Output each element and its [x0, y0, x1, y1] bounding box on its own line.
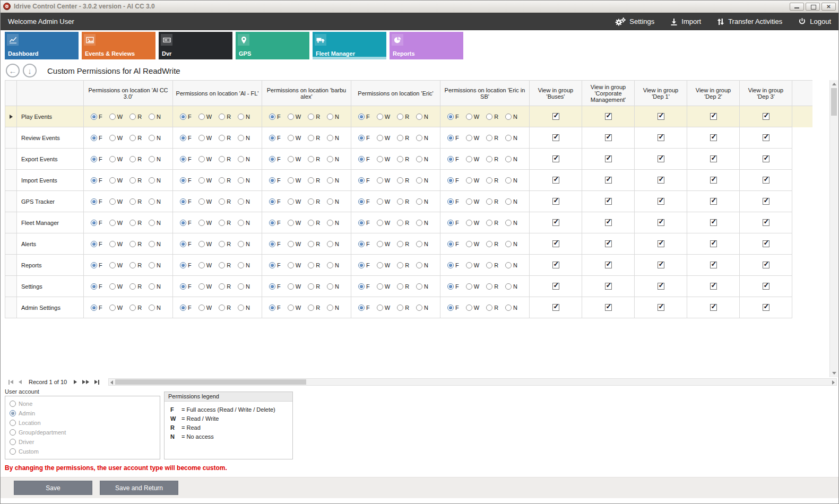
permission-radio-w[interactable]: W [377, 305, 390, 311]
permission-radio-f[interactable]: F [447, 241, 459, 247]
permission-radio-f[interactable]: F [269, 198, 281, 205]
group-visibility-checkbox[interactable] [552, 283, 559, 290]
permission-radio-r[interactable]: R [308, 241, 320, 247]
permission-radio-f[interactable]: F [91, 114, 102, 120]
logout-button[interactable]: Logout [798, 18, 831, 25]
permission-radio-f[interactable]: F [447, 283, 459, 290]
group-visibility-checkbox[interactable] [605, 240, 612, 247]
permission-radio-n[interactable]: N [327, 283, 339, 290]
permission-radio-r[interactable]: R [308, 283, 320, 290]
tab-events-reviews[interactable]: Events & Reviews [82, 32, 155, 59]
column-header[interactable]: Permissions on location 'Eric' [351, 81, 440, 106]
group-visibility-checkbox[interactable] [552, 134, 559, 141]
permission-radio-r[interactable]: R [219, 114, 231, 120]
permission-radio-r[interactable]: R [308, 198, 320, 205]
permission-radio-n[interactable]: N [505, 262, 517, 268]
permission-radio-w[interactable]: W [377, 198, 390, 205]
permission-radio-w[interactable]: W [198, 135, 212, 141]
permission-radio-w[interactable]: W [109, 283, 123, 290]
permission-radio-r[interactable]: R [308, 135, 320, 141]
column-header[interactable]: Permissions on location 'Al - FL' [173, 81, 262, 106]
permission-radio-r[interactable]: R [486, 262, 498, 268]
permission-radio-w[interactable]: W [198, 283, 212, 290]
next-page-button[interactable] [80, 378, 92, 386]
permission-radio-n[interactable]: N [149, 262, 161, 268]
permission-radio-f[interactable]: F [358, 220, 370, 226]
next-record-button[interactable] [71, 378, 80, 386]
permission-radio-w[interactable]: W [109, 156, 123, 162]
permission-radio-f[interactable]: F [447, 114, 459, 120]
permission-radio-w[interactable]: W [466, 156, 479, 162]
permission-radio-r[interactable]: R [129, 177, 142, 184]
permission-radio-w[interactable]: W [198, 220, 212, 226]
permission-radio-w[interactable]: W [109, 305, 123, 311]
permission-radio-n[interactable]: N [238, 156, 250, 162]
permission-radio-r[interactable]: R [486, 283, 498, 290]
permission-radio-w[interactable]: W [198, 241, 212, 247]
horizontal-scroll-thumb[interactable] [115, 379, 306, 385]
permission-radio-r[interactable]: R [486, 177, 498, 184]
group-visibility-checkbox[interactable] [710, 155, 717, 162]
permission-radio-r[interactable]: R [397, 156, 409, 162]
scroll-right-icon[interactable] [832, 380, 835, 385]
permission-radio-r[interactable]: R [129, 156, 142, 162]
permission-radio-f[interactable]: F [91, 220, 102, 226]
permission-radio-w[interactable]: W [377, 114, 390, 120]
permission-radio-f[interactable]: F [358, 177, 370, 184]
user-account-option-driver[interactable]: Driver [10, 437, 155, 447]
permission-radio-w[interactable]: W [377, 241, 390, 247]
permission-radio-n[interactable]: N [238, 220, 250, 226]
permission-radio-w[interactable]: W [109, 198, 123, 205]
permission-radio-r[interactable]: R [219, 283, 231, 290]
column-header[interactable]: View in group 'Dep 2' [687, 81, 740, 106]
transfer-activities-button[interactable]: Transfer Activities [717, 18, 782, 25]
permission-radio-f[interactable]: F [269, 283, 281, 290]
permission-radio-w[interactable]: W [198, 156, 212, 162]
user-account-option-location[interactable]: Location [10, 418, 155, 428]
permission-radio-n[interactable]: N [327, 262, 339, 268]
close-button[interactable] [821, 3, 836, 11]
permission-radio-w[interactable]: W [109, 241, 123, 247]
group-visibility-checkbox[interactable] [552, 177, 559, 184]
permission-radio-n[interactable]: N [238, 305, 250, 311]
tab-fleet-manager[interactable]: Fleet Manager [313, 32, 386, 59]
group-visibility-checkbox[interactable] [710, 134, 717, 141]
permission-radio-r[interactable]: R [308, 156, 320, 162]
permission-radio-r[interactable]: R [129, 241, 142, 247]
group-visibility-checkbox[interactable] [763, 283, 769, 290]
permission-radio-f[interactable]: F [269, 305, 281, 311]
permission-radio-w[interactable]: W [377, 262, 390, 268]
column-header[interactable]: Permissions on location 'Al CC 3.0' [84, 81, 173, 106]
permission-radio-r[interactable]: R [486, 305, 498, 311]
permission-radio-w[interactable]: W [377, 177, 390, 184]
permission-radio-r[interactable]: R [486, 241, 498, 247]
permission-radio-f[interactable]: F [358, 262, 370, 268]
permission-radio-w[interactable]: W [288, 241, 301, 247]
group-visibility-checkbox[interactable] [605, 198, 612, 205]
permission-radio-f[interactable]: F [91, 177, 102, 184]
settings-button[interactable]: Settings [615, 18, 654, 26]
permission-radio-n[interactable]: N [238, 262, 250, 268]
permission-radio-n[interactable]: N [416, 220, 428, 226]
permission-radio-f[interactable]: F [91, 305, 102, 311]
permission-radio-w[interactable]: W [377, 283, 390, 290]
permission-radio-f[interactable]: F [180, 198, 192, 205]
group-visibility-checkbox[interactable] [658, 283, 664, 290]
group-visibility-checkbox[interactable] [552, 304, 559, 311]
last-record-button[interactable] [92, 378, 102, 386]
permission-radio-f[interactable]: F [180, 262, 192, 268]
maximize-button[interactable] [806, 3, 820, 11]
group-visibility-checkbox[interactable] [763, 177, 769, 184]
first-record-button[interactable] [6, 378, 16, 386]
scroll-up-icon[interactable] [832, 83, 836, 85]
permission-radio-n[interactable]: N [505, 135, 517, 141]
permission-radio-n[interactable]: N [416, 283, 428, 290]
permission-radio-r[interactable]: R [219, 156, 231, 162]
user-account-option-none[interactable]: None [10, 399, 155, 409]
permission-radio-w[interactable]: W [466, 114, 479, 120]
permission-radio-f[interactable]: F [447, 198, 459, 205]
permission-radio-f[interactable]: F [358, 198, 370, 205]
group-visibility-checkbox[interactable] [658, 262, 664, 268]
permission-radio-f[interactable]: F [269, 156, 281, 162]
permission-radio-n[interactable]: N [327, 220, 339, 226]
